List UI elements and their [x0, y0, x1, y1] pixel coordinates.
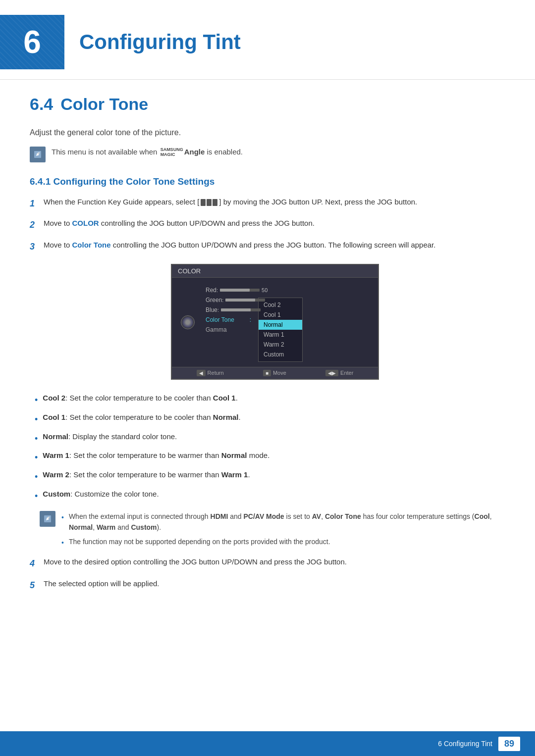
nested-bullet-dot-2: • — [61, 537, 64, 548]
subsection-title: 6.4.1 Configuring the Color Tone Setting… — [30, 176, 505, 187]
colon-separator: : — [216, 287, 218, 293]
return-label: Return — [208, 370, 224, 376]
menu-left: Red : 50 Green : 50 — [199, 283, 258, 362]
screen-header: COLOR — [172, 265, 378, 278]
note-icon — [30, 147, 46, 162]
footer-enter: ◀▶ Enter — [325, 370, 353, 376]
bullet-dot-4: • — [35, 451, 38, 465]
step-4: 4 Move to the desired option controlling… — [30, 556, 505, 571]
footer-label: 6 Configuring Tint — [438, 740, 492, 748]
bullet-cool1: • Cool 1: Set the color temperature to b… — [35, 411, 505, 427]
screen-container: COLOR Red : 50 Green — [45, 264, 505, 380]
footer-page-number: 89 — [498, 737, 520, 751]
bullet-dot-6: • — [35, 489, 38, 504]
submenu-warm1: Warm 1 — [259, 330, 302, 340]
main-content: 6.4 Color Tone Adjust the general color … — [0, 95, 535, 629]
move-key: ■ — [263, 370, 271, 376]
bullet-cool2: • Cool 2: Set the color temperature to b… — [35, 392, 505, 407]
red-slider-area: : 50 — [216, 287, 268, 293]
bullet-normal-text: Normal: Display the standard color tone. — [43, 431, 177, 443]
screen-icon-area — [177, 283, 199, 362]
menu-gamma: Gamma — [203, 325, 254, 335]
step-num-1: 1 — [30, 197, 44, 211]
pencil-icon — [33, 150, 43, 159]
chapter-number: 6 — [0, 15, 64, 69]
note-box: This menu is not available when SAMSUNGM… — [30, 147, 505, 162]
cd-icon — [181, 315, 195, 329]
footer-return: ◀ Return — [197, 370, 224, 376]
submenu-cool2: Cool 2 — [259, 300, 302, 310]
step-content-4: Move to the desired option controlling t… — [44, 556, 505, 568]
step-num-5: 5 — [30, 578, 44, 593]
section-header: 6.4 Color Tone — [30, 95, 505, 114]
bullet-dot-1: • — [35, 393, 38, 407]
nested-note: • When the external input is connected t… — [40, 511, 505, 551]
red-value: 50 — [262, 287, 268, 293]
screen-header-text: COLOR — [178, 267, 201, 275]
menu-green-label: Green — [206, 297, 222, 303]
bullet-dot-2: • — [35, 412, 38, 427]
submenu-custom: Custom — [259, 350, 302, 359]
enter-label: Enter — [340, 370, 353, 376]
step-5: 5 The selected option will be applied. — [30, 578, 505, 593]
bullet-warm1-text: Warm 1: Set the color temperature to be … — [43, 450, 269, 461]
screen-body: Red : 50 Green : 50 — [172, 278, 378, 367]
move-label: Move — [273, 370, 286, 376]
steps-list-2: 4 Move to the desired option controlling… — [30, 556, 505, 593]
bullet-warm2-text: Warm 2: Set the color temperature to be … — [43, 469, 250, 481]
bullet-cool1-text: Cool 1: Set the color temperature to be … — [43, 411, 240, 423]
menu-color-tone-label: Color Tone — [206, 316, 234, 323]
bullet-custom-text: Custom: Customize the color tone. — [43, 488, 159, 500]
menu-blue: Blue : 50 — [203, 305, 254, 315]
color-ref: COLOR — [72, 219, 99, 227]
blue-slider-bar — [221, 308, 261, 311]
step-content-2: Move to COLOR controlling the JOG button… — [44, 217, 505, 229]
bullet-dot-5: • — [35, 470, 38, 484]
note-text: This menu is not available when SAMSUNGM… — [52, 147, 243, 158]
step-num-4: 4 — [30, 556, 44, 571]
step-num-2: 2 — [30, 218, 44, 232]
steps-list: 1 When the Function Key Guide appears, s… — [30, 196, 505, 254]
bullet-dot-3: • — [35, 432, 38, 446]
menu-red-label: Red — [206, 287, 216, 294]
menu-green: Green : 50 — [203, 295, 254, 305]
menu-color-tone: Color Tone : — [203, 315, 254, 325]
screen-footer: ◀ Return ■ Move ◀▶ Enter — [172, 367, 378, 379]
green-slider-fill — [225, 299, 255, 302]
bullet-custom: • Custom: Customize the color tone. — [35, 488, 505, 504]
chapter-num-text: 6 — [23, 24, 41, 60]
jog-icon — [201, 199, 217, 206]
step-3: 3 Move to Color Tone controlling the JOG… — [30, 239, 505, 254]
monitor-screen: COLOR Red : 50 Green — [171, 264, 379, 380]
step-1: 1 When the Function Key Guide appears, s… — [30, 196, 505, 211]
red-slider-fill — [220, 289, 250, 292]
green-slider-bar — [225, 299, 265, 302]
nested-bullet-dot-1: • — [61, 512, 64, 523]
menu-red: Red : 50 — [203, 285, 254, 295]
step-content-5: The selected option will be applied. — [44, 578, 505, 590]
enter-key: ◀▶ — [325, 370, 338, 376]
return-key: ◀ — [197, 370, 206, 376]
nested-bullet-2-text: The function may not be supported depend… — [69, 536, 330, 547]
step-2: 2 Move to COLOR controlling the JOG butt… — [30, 217, 505, 232]
chapter-title: Configuring Tint — [79, 30, 241, 54]
step-content-3: Move to Color Tone controlling the JOG b… — [44, 239, 505, 251]
menu-gamma-label: Gamma — [206, 326, 227, 333]
subsection-title-text: Configuring the Color Tone Settings — [54, 176, 215, 187]
colon-sep-2: : — [222, 297, 223, 303]
page-footer: 6 Configuring Tint 89 — [0, 731, 535, 756]
note-pencil-icon — [43, 514, 53, 524]
section-number: 6.4 — [30, 95, 53, 114]
red-slider-bar — [220, 289, 260, 292]
nested-bullet-2: • The function may not be supported depe… — [61, 536, 505, 548]
submenu-warm2: Warm 2 — [259, 340, 302, 350]
samsung-magic-brand: SAMSUNGMAGIC — [160, 148, 183, 157]
nested-note-content: • When the external input is connected t… — [61, 511, 505, 551]
color-tone-ref: Color Tone — [72, 241, 111, 249]
bullet-warm2: • Warm 2: Set the color temperature to b… — [35, 469, 505, 484]
submenu-cool1: Cool 1 — [259, 310, 302, 320]
step-num-3: 3 — [30, 240, 44, 254]
colon-sep-4: : — [250, 316, 251, 323]
step-content-1: When the Function Key Guide appears, sel… — [44, 196, 505, 208]
submenu-normal: Normal — [259, 320, 302, 330]
